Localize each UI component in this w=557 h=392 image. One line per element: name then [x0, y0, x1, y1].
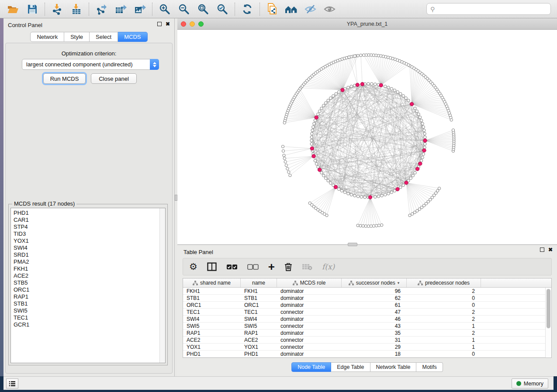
close-panel-button[interactable]: Close panel	[91, 73, 137, 84]
horizontal-splitter-handle[interactable]	[348, 243, 357, 246]
cell-predecessor-nodes[interactable]: 2	[407, 288, 481, 294]
export-network-button[interactable]	[93, 2, 109, 16]
mcds-result-item[interactable]: TID3	[14, 230, 165, 237]
cell-name[interactable]: YOX1	[241, 344, 277, 350]
cell-predecessor-nodes[interactable]: 0	[407, 351, 481, 357]
cell-shared-name[interactable]: FKH1	[183, 288, 241, 294]
mcds-result-item[interactable]: GCR1	[14, 321, 165, 328]
mcds-result-item[interactable]: FKH1	[14, 265, 165, 272]
cell-name[interactable]: RAP1	[241, 330, 277, 336]
cell-successor-nodes[interactable]: 31	[342, 337, 407, 343]
cell-MCDS-role[interactable]: dominator	[277, 330, 342, 336]
zoom-in-button[interactable]	[157, 2, 173, 16]
cell-MCDS-role[interactable]: connector	[277, 337, 342, 343]
split-columns-icon[interactable]	[207, 261, 217, 273]
mcds-result-item[interactable]: RAP1	[14, 293, 165, 300]
cell-shared-name[interactable]: ORC1	[183, 302, 241, 308]
mcds-result-item[interactable]: TEC1	[14, 314, 165, 321]
cell-name[interactable]: ORC1	[241, 302, 277, 308]
export-table-button[interactable]	[113, 2, 128, 16]
table-row[interactable]: STB1STB1dominator620	[183, 295, 551, 302]
open-file-button[interactable]	[5, 2, 21, 16]
tab-network[interactable]: Network	[30, 32, 64, 42]
close-panel-icon[interactable]: ✖	[548, 248, 553, 252]
select-all-icon[interactable]	[226, 261, 238, 273]
float-panel-icon[interactable]	[157, 22, 162, 26]
tab-network-table[interactable]: Network Table	[370, 362, 417, 372]
column-header-shared-name[interactable]: shared name	[183, 279, 241, 287]
table-row[interactable]: PHD1PHD1dominator180	[183, 351, 551, 358]
network-window-titlebar[interactable]: YPA_prune.txt_1	[177, 18, 557, 30]
mcds-result-item[interactable]: YOX1	[14, 237, 165, 244]
mcds-result-item[interactable]: STP4	[14, 224, 165, 230]
import-network-button[interactable]	[49, 2, 65, 16]
import-table-button[interactable]	[69, 2, 84, 16]
mcds-result-item[interactable]: SRD1	[14, 251, 165, 258]
column-header-name[interactable]: name	[241, 279, 277, 287]
tab-mcds[interactable]: MCDS	[118, 32, 147, 42]
cell-MCDS-role[interactable]: dominator	[277, 351, 342, 357]
cell-MCDS-role[interactable]: dominator	[277, 302, 342, 308]
cell-name[interactable]: FKH1	[241, 288, 277, 294]
mcds-result-item[interactable]: SWI5	[14, 307, 165, 314]
cell-predecessor-nodes[interactable]: 1	[407, 323, 481, 329]
zoom-out-button[interactable]	[176, 2, 192, 16]
search-input[interactable]: ⚲	[426, 3, 551, 15]
tab-motifs[interactable]: Motifs	[416, 362, 443, 372]
column-header-MCDS-role[interactable]: MCDS role	[277, 279, 342, 287]
cell-successor-nodes[interactable]: 61	[342, 302, 407, 308]
cell-successor-nodes[interactable]: 35	[342, 330, 407, 336]
cell-name[interactable]: PHD1	[241, 351, 277, 357]
table-scrollbar[interactable]	[545, 288, 551, 358]
mcds-result-scrollbar[interactable]	[159, 208, 165, 363]
save-session-button[interactable]	[24, 2, 40, 16]
cell-predecessor-nodes[interactable]: 0	[407, 302, 481, 308]
cell-shared-name[interactable]: SWI5	[183, 323, 241, 329]
optimization-criterion-select[interactable]: largest connected component (undirected)	[22, 59, 159, 70]
delete-column-icon[interactable]	[284, 261, 292, 273]
tab-style[interactable]: Style	[64, 32, 90, 42]
table-row[interactable]: ORC1ORC1dominator610	[183, 302, 551, 309]
task-history-button[interactable]	[6, 378, 18, 389]
table-row[interactable]: TEC1TEC1connector472	[183, 309, 551, 316]
copy-network-button[interactable]	[264, 2, 280, 16]
cell-successor-nodes[interactable]: 96	[342, 288, 407, 294]
memory-button[interactable]: Memory	[512, 378, 548, 389]
cell-predecessor-nodes[interactable]: 1	[407, 337, 481, 343]
cell-successor-nodes[interactable]: 46	[342, 316, 407, 322]
cell-name[interactable]: STB1	[241, 295, 277, 301]
column-header-successor-nodes[interactable]: successor nodes▾	[342, 279, 407, 287]
cell-name[interactable]: ACE2	[241, 337, 277, 343]
cell-MCDS-role[interactable]: connector	[277, 309, 342, 315]
cell-shared-name[interactable]: SWI4	[183, 316, 241, 322]
tab-select[interactable]: Select	[90, 32, 118, 42]
cell-successor-nodes[interactable]: 47	[342, 309, 407, 315]
table-row[interactable]: YOX1YOX1connector291	[183, 344, 551, 351]
run-mcds-button[interactable]: Run MCDS	[43, 73, 86, 84]
table-row[interactable]: ACE2ACE2connector311	[183, 337, 551, 344]
cell-successor-nodes[interactable]: 29	[342, 344, 407, 350]
table-row[interactable]: FKH1FKH1dominator962	[183, 288, 551, 295]
cell-MCDS-role[interactable]: connector	[277, 344, 342, 350]
cell-successor-nodes[interactable]: 43	[342, 323, 407, 329]
mcds-result-item[interactable]: SWI4	[14, 244, 165, 251]
tab-node-table[interactable]: Node Table	[291, 362, 331, 372]
cell-shared-name[interactable]: STB1	[183, 295, 241, 301]
table-row[interactable]: SWI5SWI5connector431	[183, 323, 551, 330]
cell-MCDS-role[interactable]: dominator	[277, 295, 342, 301]
show-all-button[interactable]	[322, 2, 338, 16]
table-scrollbar-thumb[interactable]	[547, 289, 550, 328]
cell-predecessor-nodes[interactable]: 1	[407, 344, 481, 350]
cell-MCDS-role[interactable]: dominator	[277, 288, 342, 294]
refresh-button[interactable]	[239, 2, 255, 16]
cell-successor-nodes[interactable]: 62	[342, 295, 407, 301]
mcds-result-item[interactable]: ORC1	[14, 286, 165, 293]
table-row[interactable]: SWI4SWI4dominator462	[183, 316, 551, 323]
cell-MCDS-role[interactable]: connector	[277, 323, 342, 329]
cell-predecessor-nodes[interactable]: 2	[407, 316, 481, 322]
table-settings-icon[interactable]: ⚙	[189, 261, 197, 273]
export-image-button[interactable]	[132, 2, 148, 16]
float-panel-icon[interactable]	[540, 248, 544, 252]
add-column-icon[interactable]: +	[268, 261, 275, 273]
hide-selected-button[interactable]	[303, 2, 318, 16]
